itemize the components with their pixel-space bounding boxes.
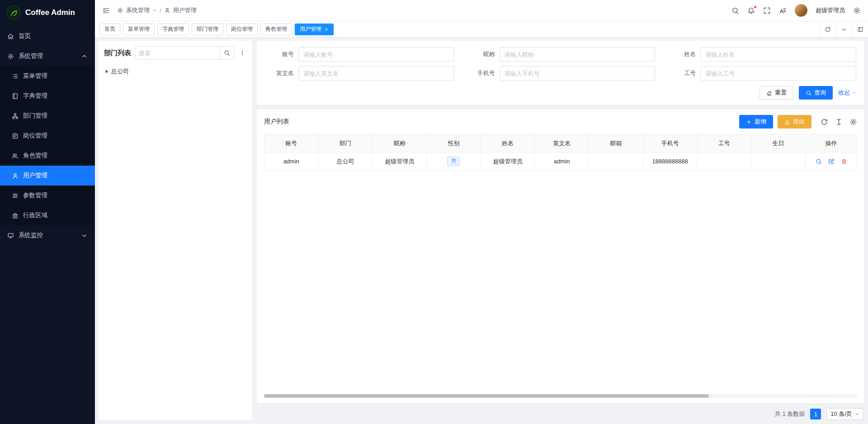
cell-dept: 总公司 [318, 152, 373, 171]
breadcrumb-item-system[interactable]: 系统管理 [126, 6, 150, 14]
app-logo[interactable]: Coffee Admin [0, 0, 95, 25]
search-icon [731, 7, 739, 14]
pagination: 共 1 条数据 1 10 条/页 [257, 408, 864, 420]
sidebar-item-dept-mgmt[interactable]: 部门管理 [0, 106, 95, 126]
sidebar-item-label: 角色管理 [23, 152, 47, 160]
sidebar-item-menu-mgmt[interactable]: 菜单管理 [0, 66, 95, 86]
en-name-input[interactable] [298, 66, 454, 81]
field-phone: 手机号 [466, 66, 656, 81]
horizontal-scrollbar-thumb[interactable] [264, 394, 709, 398]
field-work-no: 工号 [667, 66, 856, 81]
work-no-input[interactable] [700, 66, 856, 81]
page-size-select[interactable]: 10 条/页 [826, 408, 863, 420]
table-row[interactable]: admin 总公司 超级管理员 男 超级管理员 admin 1888888888… [264, 152, 857, 171]
layout-toggle-button[interactable] [852, 21, 868, 37]
account-input[interactable] [298, 47, 454, 62]
user-name[interactable]: 超级管理员 [816, 6, 845, 14]
tab-label: 部门管理 [197, 25, 218, 33]
sidebar-item-monitor[interactable]: 系统监控 [0, 225, 95, 245]
user-mgmt-main: 账号 昵称 姓名 英文名 [257, 41, 864, 420]
tree-item-label: 总公司 [111, 67, 129, 76]
sidebar-item-dict-mgmt[interactable]: 字典管理 [0, 86, 95, 106]
column-header-phone: 手机号 [643, 134, 697, 152]
sidebar-item-post-mgmt[interactable]: 岗位管理 [0, 126, 95, 146]
tab-refresh-button[interactable] [819, 21, 835, 37]
sidebar-item-home[interactable]: 首页 [0, 26, 95, 46]
add-user-button[interactable]: 新增 [739, 115, 773, 129]
horizontal-scrollbar [264, 394, 857, 398]
gear-icon [849, 118, 857, 126]
user-avatar[interactable] [795, 4, 807, 17]
query-button-label: 查询 [814, 89, 826, 97]
tab-menu-dropdown-button[interactable] [835, 21, 852, 37]
bank-icon [12, 212, 19, 219]
field-label: 英文名 [265, 69, 294, 77]
table-refresh-button[interactable] [821, 118, 828, 126]
breadcrumb-item-user-mgmt: 用户管理 [173, 6, 197, 14]
sliders-icon [12, 192, 19, 199]
department-panel-title: 部门列表 [104, 49, 131, 57]
cell-name: 超级管理员 [481, 152, 535, 171]
field-en-name: 英文名 [265, 66, 454, 81]
nickname-input[interactable] [500, 47, 656, 62]
tab-home[interactable]: 首页 [99, 24, 120, 35]
reset-button-label: 重置 [775, 89, 787, 97]
tab-dict-mgmt[interactable]: 字典管理 [157, 24, 189, 35]
tab-user-mgmt[interactable]: 用户管理 [295, 24, 334, 35]
table-settings-button[interactable] [849, 118, 857, 126]
user-table: 账号 部门 昵称 性别 姓名 英文名 邮箱 手机号 工号 生日 操作 [264, 134, 857, 171]
department-search-input[interactable] [135, 46, 220, 60]
cell-birthday [751, 152, 806, 171]
search-icon [816, 158, 822, 165]
collapse-filter-button[interactable]: 收起 [838, 89, 856, 97]
team-icon [12, 152, 19, 159]
settings-button[interactable] [853, 7, 861, 14]
tree-caret-icon[interactable] [106, 70, 108, 73]
global-search-button[interactable] [731, 7, 739, 14]
user-icon [12, 172, 19, 179]
tree-item-head-office[interactable]: 总公司 [104, 65, 247, 78]
field-label: 姓名 [667, 50, 696, 58]
delete-row-button[interactable] [840, 158, 848, 165]
department-more-button[interactable] [238, 46, 247, 60]
sidebar-item-region[interactable]: 行政区域 [0, 205, 95, 225]
table-density-button[interactable] [835, 118, 843, 126]
export-button[interactable]: 导出 [778, 115, 811, 129]
query-button[interactable]: 查询 [799, 86, 833, 100]
tab-role-mgmt[interactable]: 角色管理 [260, 24, 292, 35]
cell-gender: 男 [427, 152, 481, 171]
view-row-button[interactable] [815, 158, 822, 165]
language-button[interactable] [779, 7, 787, 14]
collapse-filter-label: 收起 [838, 89, 850, 97]
density-icon [835, 118, 843, 126]
name-input[interactable] [700, 47, 856, 62]
sidebar-item-param-mgmt[interactable]: 参数管理 [0, 186, 95, 205]
field-label: 昵称 [466, 50, 495, 58]
tab-close-button[interactable] [324, 27, 329, 32]
page-button-1[interactable]: 1 [810, 409, 821, 419]
sidebar-menu: 首页 系统管理 菜单管理 字典管理 部门管理 [0, 25, 95, 245]
reset-button[interactable]: 重置 [760, 86, 793, 100]
cell-phone: 18888888888 [643, 152, 697, 171]
notification-dot [754, 5, 757, 9]
page-content: 部门列表 总公司 [95, 37, 868, 424]
field-label: 手机号 [466, 69, 495, 77]
more-vertical-icon [239, 50, 245, 56]
tab-dept-mgmt[interactable]: 部门管理 [192, 24, 223, 35]
notifications-button[interactable] [747, 7, 755, 14]
phone-input[interactable] [500, 66, 656, 81]
tab-menu-mgmt[interactable]: 菜单管理 [123, 24, 155, 35]
field-label: 工号 [667, 69, 696, 77]
tabbar: 首页 菜单管理 字典管理 部门管理 岗位管理 角色管理 用户管理 [95, 21, 868, 37]
tab-post-mgmt[interactable]: 岗位管理 [226, 24, 258, 35]
edit-row-button[interactable] [828, 158, 835, 165]
tab-label: 首页 [104, 25, 115, 33]
department-search-button[interactable] [220, 46, 234, 60]
sidebar-item-user-mgmt[interactable]: 用户管理 [0, 166, 95, 186]
sidebar-item-role-mgmt[interactable]: 角色管理 [0, 146, 95, 166]
sidebar-item-system[interactable]: 系统管理 [0, 46, 95, 66]
column-header-en-name: 英文名 [535, 134, 589, 152]
sidebar-collapse-button[interactable] [102, 7, 110, 14]
fullscreen-button[interactable] [763, 7, 771, 14]
cell-email [589, 152, 643, 171]
